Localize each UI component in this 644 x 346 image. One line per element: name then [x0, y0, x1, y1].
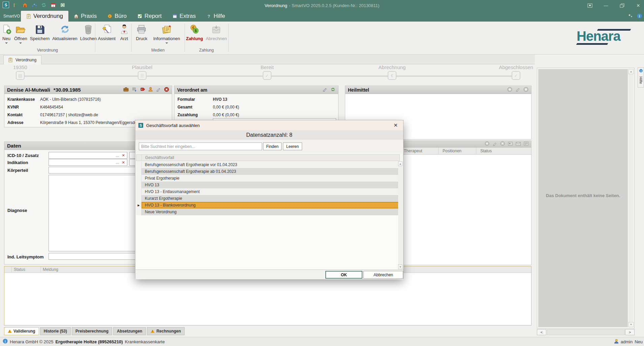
document-tabstrip: Verordnung	[0, 55, 535, 64]
dialog-scrollbar[interactable]: ▲ ▼	[398, 161, 402, 269]
remove-circle-icon[interactable]	[523, 87, 528, 93]
menu-tab-buero[interactable]: € Büro	[102, 11, 132, 22]
window-frame-icon[interactable]	[586, 2, 593, 9]
document-scrollbar[interactable]: ▲ ▼	[629, 69, 634, 327]
table-row[interactable]: Berufsgenossenschaft Ergotherapie ab 01.…	[136, 168, 400, 175]
prescription-list-icon[interactable]	[132, 87, 137, 93]
edit-pencil-icon[interactable]	[322, 87, 327, 93]
validation-column-status[interactable]: Status	[12, 266, 41, 273]
informationen-dropdown-chevron[interactable]	[165, 42, 168, 44]
abrechnen-button[interactable]: Abrechnen	[204, 24, 228, 42]
tab-verordnung[interactable]: Verordnung	[3, 55, 41, 64]
tab-preisberechnung[interactable]: Preisberechnung	[72, 327, 112, 335]
icd-browse-button[interactable]: …	[116, 153, 120, 157]
card-icon[interactable]	[508, 141, 513, 147]
dialog-footer: OK Abbrechen	[135, 270, 403, 279]
scroll-up-icon[interactable]: ▲	[629, 69, 634, 74]
add-circle-icon[interactable]	[507, 87, 512, 93]
table-row[interactable]: HVO 13 - Entlassmanagement	[136, 188, 400, 195]
page-prev-button[interactable]: <	[537, 329, 546, 335]
indikation-browse-button[interactable]: …	[116, 160, 120, 164]
table-row[interactable]: Berufsgenossenschaft Ergotherapie vor 01…	[136, 161, 400, 168]
column-status[interactable]: Status	[480, 149, 492, 153]
remove-patient-icon[interactable]	[164, 87, 169, 93]
step-document-icon: ▤	[16, 71, 25, 80]
patient-person-icon[interactable]	[148, 87, 153, 93]
menu-tab-report[interactable]: Report	[132, 11, 167, 22]
tab-rechnungen[interactable]: Rechnungen	[147, 327, 185, 335]
table-row-selected[interactable]: ▶HVO 13 - Blankoverordnung	[136, 202, 400, 209]
settings-dots-icon[interactable]	[628, 13, 633, 19]
envelope-icon[interactable]	[516, 141, 521, 147]
step-abrechnung: Abrechnung €	[365, 64, 419, 80]
indikation-clear-button[interactable]: ✕	[122, 160, 125, 165]
remove-circle-icon[interactable]	[500, 141, 505, 147]
diagnose-label: Diagnose	[7, 208, 27, 213]
informationen-button[interactable]: Informationen	[152, 24, 182, 44]
dialog-close-button[interactable]: ✕	[391, 122, 400, 128]
neu-button[interactable]: Neu	[0, 24, 13, 44]
ribbon-toolbar: Neu Öffnen Speichern Aktualisieren Lösch…	[0, 22, 644, 55]
tab-validierung[interactable]: Validierung	[4, 327, 39, 335]
column-therapeut[interactable]: Therapeut	[404, 149, 422, 153]
leitsymptom-label: Ind. Leitsymptom	[7, 254, 44, 259]
close-button[interactable]: ✕	[635, 2, 642, 9]
table-row[interactable]: Neue Verordnung	[136, 209, 400, 215]
menu-tab-hilfe[interactable]: ? Hilfe	[201, 11, 230, 22]
new-document-icon	[1, 24, 11, 35]
tab-historie[interactable]: Historie (53)	[40, 327, 71, 335]
doc-tab-clipboard-icon	[8, 58, 13, 63]
aktualisieren-button[interactable]: Aktualisieren	[51, 24, 78, 42]
neu-dropdown-chevron[interactable]	[5, 42, 8, 44]
oeffnen-dropdown-chevron[interactable]	[19, 42, 22, 44]
finden-button[interactable]: Finden	[263, 143, 282, 150]
svg-text:i: i	[639, 14, 640, 18]
refresh-green-icon[interactable]	[330, 87, 335, 93]
statusbar-practice: Ergotherapie Holtze (895265210)	[56, 339, 123, 344]
table-row[interactable]: HVO 13	[136, 182, 400, 188]
briefcase-icon[interactable]	[123, 87, 129, 93]
icd-clear-button[interactable]: ✕	[122, 153, 125, 158]
document-empty-text: Das Dokument enthält keine Seiten.	[538, 193, 628, 198]
leeren-button[interactable]: Leeren	[283, 143, 302, 150]
assistent-button[interactable]: Assistent	[96, 24, 117, 42]
minimize-button[interactable]: —	[602, 2, 610, 9]
indikation-input[interactable]: … ✕	[49, 159, 127, 166]
edit-pencil-icon[interactable]	[515, 87, 520, 93]
column-geschaeftsvorfall[interactable]: Geschäftsvorfall	[142, 155, 174, 160]
selected-row-marker: ▶	[136, 202, 141, 209]
oeffnen-button[interactable]: Öffnen	[13, 24, 29, 44]
druck-button[interactable]: Druck	[135, 24, 149, 42]
list-details-icon[interactable]	[524, 141, 528, 147]
restore-button[interactable]	[618, 2, 626, 9]
info-icon[interactable]: i	[637, 13, 642, 19]
column-positionen[interactable]: Positionen	[443, 149, 461, 153]
field-label: Formular	[178, 97, 213, 102]
field-label: KVNR	[7, 105, 40, 109]
search-input[interactable]	[139, 143, 262, 150]
edit-pencil-icon[interactable]	[492, 141, 497, 147]
edit-pencil-icon[interactable]	[156, 87, 161, 93]
menu-brand[interactable]: SmartVO	[3, 14, 20, 19]
table-row[interactable]: Kurarzt Ergotherapie	[136, 195, 400, 202]
formular-link[interactable]: HVO 13	[213, 97, 227, 102]
scroll-up-icon[interactable]: ▲	[398, 161, 402, 166]
red-tag-icon[interactable]	[140, 87, 145, 93]
icd-input[interactable]: … ✕	[49, 152, 127, 159]
hilfe-side-tab[interactable]: ? Hilfe	[638, 67, 644, 88]
zahlung-button[interactable]: €$ Zahlung	[185, 24, 204, 42]
ok-button[interactable]: OK	[325, 271, 362, 279]
speichern-button[interactable]: Speichern	[29, 24, 51, 42]
tab-absetzungen[interactable]: Absetzungen	[113, 327, 146, 335]
document-hscroll-track[interactable]	[547, 329, 625, 335]
table-row[interactable]: Privat Ergotherapie	[136, 175, 400, 182]
scroll-down-icon[interactable]: ▼	[629, 322, 634, 327]
arzt-button[interactable]: Arzt	[119, 24, 130, 42]
menu-tab-extras[interactable]: Extras	[167, 11, 201, 22]
menu-tab-praxis[interactable]: Praxis	[68, 11, 102, 22]
abbrechen-button[interactable]: Abbrechen	[363, 271, 403, 279]
menu-tab-verordnung[interactable]: Verordnung	[21, 11, 68, 22]
page-next-button[interactable]: >	[625, 329, 635, 335]
scroll-down-icon[interactable]: ▼	[398, 264, 402, 269]
add-circle-icon[interactable]	[485, 141, 489, 147]
